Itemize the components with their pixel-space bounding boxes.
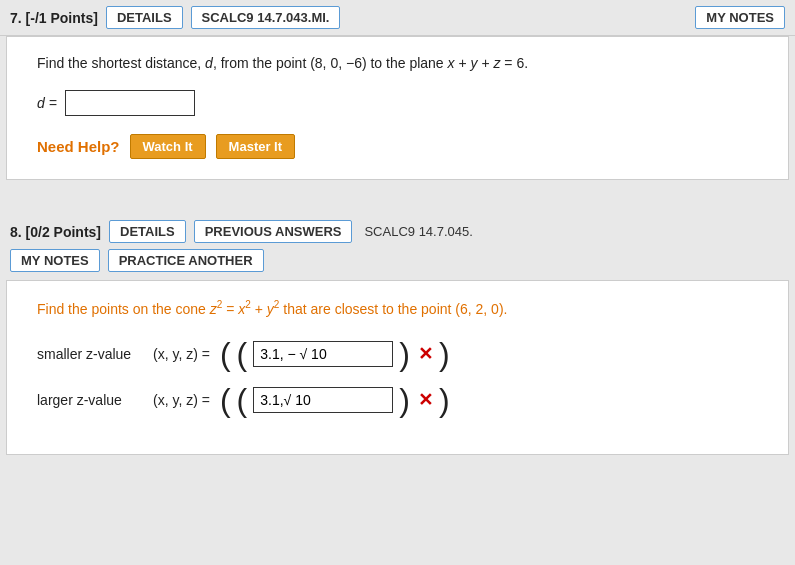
details-button-8[interactable]: DETAILS <box>109 220 186 243</box>
need-help-label-7: Need Help? <box>37 138 120 155</box>
close-paren-big-smaller: ) <box>439 338 450 370</box>
larger-wrong-icon: ✕ <box>418 389 433 411</box>
problem-8-question: Find the points on the cone z2 = x2 + y2… <box>37 297 768 320</box>
close-paren-smaller: ) <box>399 338 410 370</box>
larger-z-row: larger z-value (x, y, z) = ( ( ) ✕ ) <box>37 384 768 416</box>
scalc-button-7[interactable]: SCALC9 14.7.043.MI. <box>191 6 341 29</box>
practice-another-button[interactable]: PRACTICE ANOTHER <box>108 249 264 272</box>
larger-z-input[interactable] <box>253 387 393 413</box>
prev-answers-button[interactable]: PREVIOUS ANSWERS <box>194 220 353 243</box>
open-paren-big-larger: ( <box>220 384 231 416</box>
open-paren-smaller: ( <box>237 338 248 370</box>
close-paren-larger: ) <box>399 384 410 416</box>
my-notes-button-8[interactable]: MY NOTES <box>10 249 100 272</box>
problem-7-question: Find the shortest distance, d, from the … <box>37 53 768 74</box>
my-notes-button-7[interactable]: MY NOTES <box>695 6 785 29</box>
watch-it-button[interactable]: Watch It <box>130 134 206 159</box>
smaller-wrong-icon: ✕ <box>418 343 433 365</box>
problem-gap <box>0 192 795 212</box>
problem-8-header: 8. [0/2 Points] DETAILS PREVIOUS ANSWERS… <box>0 212 795 249</box>
problem-8-label: 8. [0/2 Points] <box>10 224 101 240</box>
master-it-button[interactable]: Master It <box>216 134 295 159</box>
problem-8-row2: MY NOTES PRACTICE ANOTHER <box>0 249 795 280</box>
close-paren-big-larger: ) <box>439 384 450 416</box>
smaller-z-group: smaller z-value (x, y, z) = ( ( ) ✕ ) <box>37 338 768 370</box>
d-input[interactable] <box>65 90 195 116</box>
page-wrapper: 7. [-/1 Points] DETAILS SCALC9 14.7.043.… <box>0 0 795 455</box>
need-help-row-7: Need Help? Watch It Master It <box>37 134 768 159</box>
scalc-label-8: SCALC9 14.7.045. <box>364 224 472 239</box>
smaller-z-input[interactable] <box>253 341 393 367</box>
problem-8-body: Find the points on the cone z2 = x2 + y2… <box>6 280 789 455</box>
problem-7-body: Find the shortest distance, d, from the … <box>6 36 789 180</box>
problem-7-answer-row: d = <box>37 90 768 116</box>
open-paren-larger: ( <box>237 384 248 416</box>
larger-z-group: larger z-value (x, y, z) = ( ( ) ✕ ) <box>37 384 768 416</box>
smaller-z-row: smaller z-value (x, y, z) = ( ( ) ✕ ) <box>37 338 768 370</box>
smaller-z-label: smaller z-value <box>37 346 147 362</box>
details-button-7[interactable]: DETAILS <box>106 6 183 29</box>
open-paren-big-smaller: ( <box>220 338 231 370</box>
d-label: d = <box>37 95 57 111</box>
smaller-xyz-label: (x, y, z) = <box>153 346 210 362</box>
larger-xyz-label: (x, y, z) = <box>153 392 210 408</box>
problem-7-label: 7. [-/1 Points] <box>10 10 98 26</box>
larger-z-label: larger z-value <box>37 392 147 408</box>
problem-7-header: 7. [-/1 Points] DETAILS SCALC9 14.7.043.… <box>0 0 795 36</box>
